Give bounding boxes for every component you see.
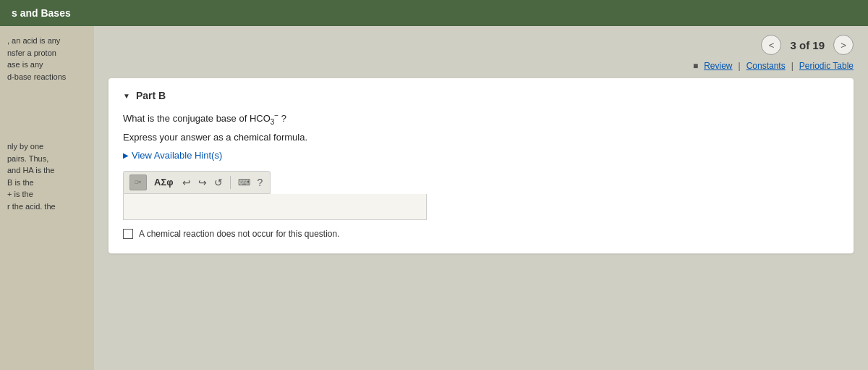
- sidebar-content: , an acid is any nsfer a proton ase is a…: [7, 35, 87, 212]
- answer-input[interactable]: [123, 194, 427, 220]
- next-button[interactable]: >: [833, 35, 854, 55]
- periodic-table-link[interactable]: Periodic Table: [799, 61, 854, 71]
- undo-button[interactable]: ↩: [181, 177, 192, 188]
- top-navigation: < 3 of 19 >: [94, 26, 868, 61]
- hint-link[interactable]: ▶ View Available Hint(s): [123, 150, 839, 161]
- sep1: |: [739, 61, 741, 71]
- question-text: What is the conjugate base of HCO3− ?: [123, 110, 839, 127]
- nav-counter: 3 of 19: [790, 39, 825, 51]
- no-reaction-checkbox[interactable]: [123, 229, 133, 239]
- content-area: < 3 of 19 > ■ Review | Constants | Perio…: [94, 26, 868, 370]
- part-section: ▼ Part B What is the conjugate base of H…: [109, 78, 854, 253]
- collapse-icon[interactable]: ▼: [123, 92, 130, 100]
- toolbar-separator: [230, 176, 231, 189]
- no-reaction-row: A chemical reaction does not occur for t…: [123, 229, 839, 239]
- constants-link[interactable]: Constants: [746, 61, 786, 71]
- keyboard-button[interactable]: ⌨: [237, 177, 252, 188]
- greek-symbols-button[interactable]: ΑΣφ: [151, 177, 176, 188]
- part-label: Part B: [136, 90, 166, 101]
- page-title: s and Bases: [12, 7, 71, 19]
- express-text: Express your answer as a chemical formul…: [123, 132, 839, 143]
- help-button[interactable]: ?: [256, 177, 265, 188]
- part-header: ▼ Part B: [123, 90, 839, 101]
- sidebar: , an acid is any nsfer a proton ase is a…: [0, 26, 94, 370]
- review-link[interactable]: Review: [704, 61, 732, 71]
- no-reaction-label: A chemical reaction does not occur for t…: [139, 229, 339, 239]
- matrix-icon[interactable]: □=: [129, 175, 147, 190]
- header-bar: s and Bases: [0, 0, 868, 26]
- reset-button[interactable]: ↺: [213, 177, 224, 188]
- resource-links: ■ Review | Constants | Periodic Table: [94, 61, 868, 78]
- redo-button[interactable]: ↪: [197, 177, 208, 188]
- hint-arrow-icon: ▶: [123, 151, 129, 159]
- prev-button[interactable]: <: [761, 35, 781, 55]
- review-icon: ■: [693, 61, 698, 71]
- sep2: |: [791, 61, 793, 71]
- main-layout: , an acid is any nsfer a proton ase is a…: [0, 26, 868, 370]
- answer-toolbar: □= ΑΣφ ↩ ↪ ↺: [123, 171, 271, 194]
